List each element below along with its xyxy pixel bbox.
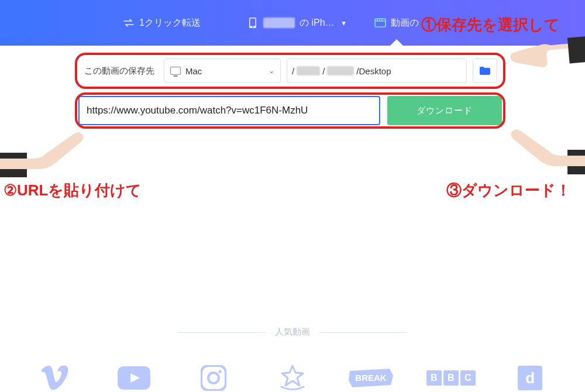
svg-rect-8 bbox=[201, 366, 226, 390]
path-seg-blur bbox=[297, 66, 320, 75]
annotation-step-1: ①保存先を選択して bbox=[421, 15, 560, 35]
tab-device-suffix: の iPh… bbox=[300, 17, 335, 29]
pointing-hand-icon bbox=[0, 125, 92, 177]
break-icon: BREAK bbox=[349, 367, 394, 388]
tab-one-click-transfer[interactable]: 1クリック転送 bbox=[110, 0, 214, 46]
url-download-row: ダウンロード bbox=[78, 96, 502, 125]
d-icon: d bbox=[518, 366, 542, 390]
svg-text:BREAK: BREAK bbox=[356, 373, 387, 383]
monitor-icon bbox=[170, 67, 181, 75]
brand-vimeo[interactable] bbox=[29, 360, 81, 392]
tab-label: 1クリック転送 bbox=[139, 17, 201, 29]
svg-rect-1 bbox=[250, 19, 256, 26]
brand-instagram[interactable] bbox=[187, 360, 240, 392]
save-destination-label: この動画の保存先 bbox=[83, 66, 158, 77]
annotation-step-3: ③ダウンロード！ bbox=[446, 180, 571, 201]
save-destination-row: この動画の保存先 Mac ⌄ / / /Desktop bbox=[78, 56, 502, 85]
tab-video-prefix: 動画の bbox=[391, 17, 419, 29]
instagram-icon bbox=[201, 365, 226, 391]
device-name-blur bbox=[263, 18, 295, 28]
device-select[interactable]: Mac ⌄ bbox=[164, 59, 281, 83]
vimeo-icon bbox=[41, 366, 69, 390]
tab-device[interactable]: の iPh… ▾ bbox=[234, 0, 359, 46]
popular-brands-row: BREAK BBC d bbox=[0, 350, 585, 392]
path-seg-blur bbox=[327, 66, 354, 75]
brand-bbc[interactable]: BBC bbox=[425, 360, 477, 392]
save-path-display[interactable]: / / /Desktop bbox=[287, 59, 467, 83]
download-button[interactable]: ダウンロード bbox=[387, 96, 502, 125]
path-tail: /Desktop bbox=[356, 66, 391, 76]
svg-rect-3 bbox=[375, 19, 386, 27]
chevron-down-icon: ⌄ bbox=[269, 67, 274, 75]
pointing-hand-icon bbox=[504, 29, 585, 77]
svg-point-10 bbox=[218, 370, 221, 373]
device-name: Mac bbox=[185, 66, 264, 76]
video-icon bbox=[374, 17, 386, 29]
main-panel: ①保存先を選択して この動画の保存先 Mac ⌄ / / /Desktop ダウ… bbox=[0, 46, 585, 392]
path-slash: / bbox=[292, 66, 294, 76]
path-slash: / bbox=[322, 66, 325, 76]
phone-icon bbox=[247, 17, 259, 29]
svg-point-9 bbox=[208, 373, 219, 383]
brand-youtube[interactable] bbox=[108, 360, 160, 392]
brand-break[interactable]: BREAK bbox=[345, 360, 398, 392]
transfer-icon bbox=[123, 17, 135, 29]
folder-icon bbox=[479, 66, 491, 75]
youtube-icon bbox=[118, 366, 150, 390]
annotation-step-2: ②URLを貼り付けて bbox=[4, 180, 142, 201]
chevron-down-icon: ▾ bbox=[342, 18, 346, 27]
svg-rect-4 bbox=[567, 36, 585, 63]
star-swoosh-icon bbox=[279, 365, 306, 391]
browse-folder-button[interactable] bbox=[473, 59, 497, 83]
brand-d[interactable]: d bbox=[504, 360, 556, 392]
pointing-hand-icon bbox=[502, 122, 585, 174]
svg-point-2 bbox=[252, 26, 253, 27]
url-input[interactable] bbox=[78, 96, 380, 125]
bbc-icon: BBC bbox=[426, 370, 476, 386]
popular-videos-heading: 人気動画 bbox=[0, 326, 585, 338]
brand-star[interactable] bbox=[266, 360, 319, 392]
